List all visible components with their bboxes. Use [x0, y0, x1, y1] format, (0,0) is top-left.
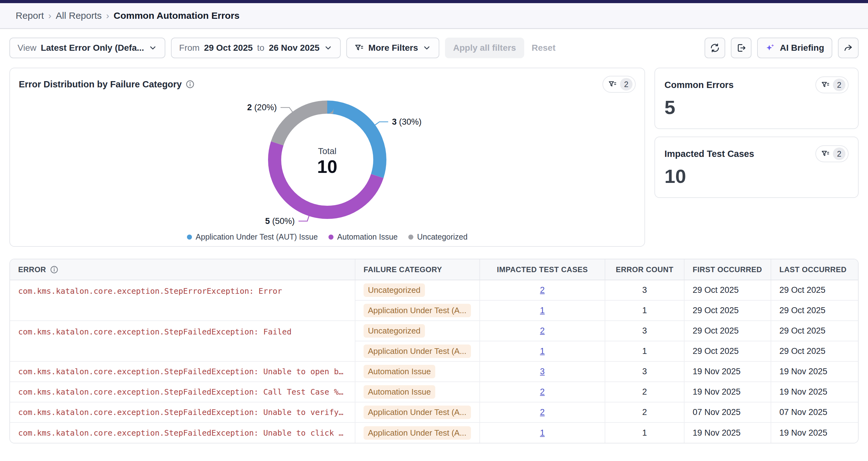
category-badge: Automation Issue [364, 385, 435, 399]
impacted-test-cases-value: 10 [664, 166, 848, 186]
donut-slice-label: 2 (20%) [247, 103, 277, 112]
donut-center-label: Total [318, 146, 336, 156]
category-badge: Application Under Test (A... [364, 304, 471, 317]
stat-filter-count: 2 [833, 79, 845, 91]
legend-item-uncategorized[interactable]: Uncategorized [408, 233, 467, 242]
legend-item-automation-issue[interactable]: Automation Issue [329, 233, 398, 242]
col-header-impacted-test-cases[interactable]: IMPACTED TEST CASES [480, 259, 605, 280]
ai-briefing-label: AI Briefing [780, 43, 824, 53]
first-occurred-cell: 29 Oct 2025 [684, 341, 771, 361]
legend-label: Application Under Test (AUT) Issue [196, 233, 318, 242]
impacted-test-cases-link[interactable]: 1 [540, 428, 545, 437]
impacted-test-cases-filter-pill[interactable]: 2 [815, 145, 848, 162]
ai-sparkle-icon [765, 43, 775, 53]
error-distribution-card: Error Distribution by Failure Category 2… [9, 68, 645, 247]
page-title: Common Automation Errors [114, 10, 240, 21]
export-button[interactable] [731, 38, 751, 58]
refresh-button[interactable] [705, 38, 725, 58]
impacted-test-cases-link[interactable]: 3 [540, 367, 545, 376]
view-filter-dropdown[interactable]: View Latest Error Only (Defa... [9, 38, 165, 58]
error-message: com.kms.katalon.core.exception.StepFaile… [10, 361, 355, 382]
failure-category-cell: Uncategorized [355, 321, 480, 341]
col-header-first-occurred[interactable]: FIRST OCCURRED [684, 259, 771, 280]
error-count-cell: 3 [605, 321, 684, 341]
more-filters-label: More Filters [368, 43, 418, 53]
error-message: com.kms.katalon.core.exception.StepError… [10, 280, 355, 321]
impacted-test-cases-link[interactable]: 2 [540, 326, 545, 335]
impacted-test-cases-link[interactable]: 2 [540, 387, 545, 397]
error-count-cell: 2 [605, 402, 684, 423]
top-accent-bar [0, 0, 868, 3]
breadcrumb-report[interactable]: Report [16, 10, 44, 21]
filter-funnel-icon [821, 149, 830, 158]
table-header-row: ERROR FAILURE CATEGORY IMPACTED TEST CAS… [10, 259, 858, 280]
error-count-cell: 1 [605, 341, 684, 361]
breadcrumb-all-reports[interactable]: All Reports [56, 10, 102, 21]
chevron-down-icon [324, 43, 333, 52]
chart-title: Error Distribution by Failure Category [19, 79, 182, 90]
error-count-cell: 2 [605, 382, 684, 402]
date-range-from-label: From [179, 43, 199, 53]
breadcrumb-bar: Report › All Reports › Common Automation… [0, 3, 868, 29]
info-icon[interactable] [185, 80, 195, 89]
more-filters-button[interactable]: More Filters [346, 38, 439, 58]
common-errors-value: 5 [664, 98, 848, 117]
apply-all-filters-button[interactable]: Apply all filters [445, 38, 524, 58]
failure-category-cell: Application Under Test (A... [355, 423, 480, 443]
last-occurred-cell: 29 Oct 2025 [771, 300, 858, 321]
ai-briefing-button[interactable]: AI Briefing [757, 38, 832, 58]
first-occurred-cell: 29 Oct 2025 [684, 321, 771, 341]
table-row: com.kms.katalon.core.exception.StepFaile… [10, 382, 858, 402]
error-count-cell: 3 [605, 361, 684, 382]
failure-category-cell: Automation Issue [355, 361, 480, 382]
last-occurred-cell: 19 Nov 2025 [771, 382, 858, 402]
share-button[interactable] [838, 38, 859, 58]
table-row: com.kms.katalon.core.exception.StepFaile… [10, 423, 858, 443]
table-row: com.kms.katalon.core.exception.StepFaile… [10, 361, 858, 382]
error-count-cell: 1 [605, 300, 684, 321]
col-header-last-occurred[interactable]: LAST OCCURRED [771, 259, 858, 280]
failure-category-cell: Application Under Test (A... [355, 402, 480, 423]
impacted-test-cases-link[interactable]: 1 [540, 306, 545, 315]
last-occurred-cell: 29 Oct 2025 [771, 280, 858, 300]
donut-chart: 3 (30%)5 (50%)2 (20%)Total10 [19, 94, 636, 232]
export-icon [736, 43, 746, 53]
chevron-down-icon [148, 43, 157, 52]
legend-dot-purple [329, 235, 334, 240]
error-message: com.kms.katalon.core.exception.StepFaile… [10, 382, 355, 402]
donut-slice-label: 3 (30%) [392, 117, 422, 126]
chart-filter-pill[interactable]: 2 [602, 76, 636, 93]
impacted-test-cases-link[interactable]: 1 [540, 346, 545, 356]
reset-filters-link[interactable]: Reset [532, 43, 556, 53]
error-count-cell: 1 [605, 423, 684, 443]
view-filter-prefix: View [18, 43, 36, 53]
legend-item-aut-issue[interactable]: Application Under Test (AUT) Issue [187, 233, 318, 242]
error-message: com.kms.katalon.core.exception.StepFaile… [10, 423, 355, 443]
first-occurred-cell: 19 Nov 2025 [684, 361, 771, 382]
date-range-to-label: to [257, 43, 264, 53]
last-occurred-cell: 29 Oct 2025 [771, 341, 858, 361]
category-badge: Uncategorized [364, 283, 425, 297]
donut-center-value: 10 [317, 156, 338, 177]
info-icon[interactable] [50, 265, 59, 274]
col-header-label: ERROR [18, 265, 46, 274]
category-badge: Application Under Test (A... [364, 426, 471, 440]
category-badge: Automation Issue [364, 365, 435, 378]
col-header-error[interactable]: ERROR [10, 259, 355, 280]
first-occurred-cell: 29 Oct 2025 [684, 300, 771, 321]
last-occurred-cell: 19 Nov 2025 [771, 423, 858, 443]
table-row: com.kms.katalon.core.exception.StepFaile… [10, 402, 858, 423]
date-range-dropdown[interactable]: From 29 Oct 2025 to 26 Nov 2025 [171, 38, 341, 58]
share-forward-icon [843, 43, 853, 53]
legend-dot-gray [408, 235, 413, 240]
impacted-test-cases-link[interactable]: 2 [540, 407, 545, 417]
col-header-failure-category[interactable]: FAILURE CATEGORY [355, 259, 480, 280]
impacted-test-cases-link[interactable]: 2 [540, 285, 545, 295]
error-count-cell: 3 [605, 280, 684, 300]
error-message: com.kms.katalon.core.exception.StepFaile… [10, 321, 355, 361]
common-errors-filter-pill[interactable]: 2 [815, 76, 848, 93]
col-header-error-count[interactable]: ERROR COUNT [605, 259, 684, 280]
filter-funnel-icon [821, 81, 830, 89]
impacted-test-cases-card: Impacted Test Cases 2 10 [654, 136, 859, 198]
failure-category-cell: Application Under Test (A... [355, 341, 480, 361]
